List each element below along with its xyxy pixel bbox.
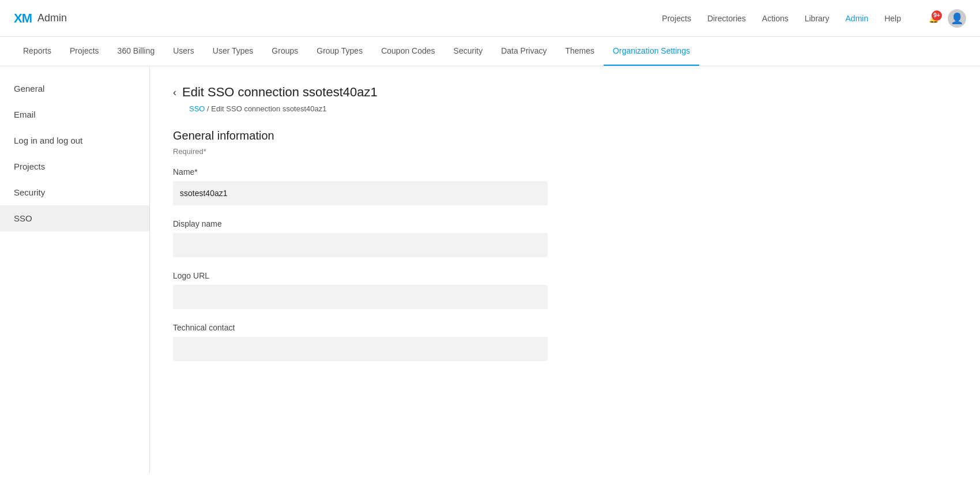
name-label: Name* — [173, 167, 646, 176]
sidebar-item-security[interactable]: Security — [0, 179, 149, 205]
back-arrow[interactable]: ‹ — [173, 87, 176, 99]
nav-help[interactable]: Help — [884, 14, 901, 23]
required-label: Required* — [173, 147, 646, 156]
notification-badge: 9+ — [932, 10, 942, 21]
nav-actions[interactable]: Actions — [762, 14, 789, 23]
notification-bell[interactable]: 🔔 9+ — [929, 14, 938, 23]
nav-directories[interactable]: Directories — [707, 14, 746, 23]
tab-user-types[interactable]: User Types — [203, 37, 263, 66]
sub-nav: Reports Projects 360 Billing Users User … — [0, 37, 980, 66]
breadcrumb: SSO / Edit SSO connection ssotest40az1 — [173, 104, 646, 113]
technical-contact-field-group: Technical contact — [173, 323, 646, 361]
display-name-label: Display name — [173, 219, 646, 228]
sidebar-item-general[interactable]: General — [0, 76, 149, 102]
technical-contact-label: Technical contact — [173, 323, 646, 332]
sidebar-item-projects[interactable]: Projects — [0, 153, 149, 179]
nav-projects[interactable]: Projects — [662, 14, 691, 23]
admin-label: Admin — [37, 12, 67, 24]
display-name-field-group: Display name — [173, 219, 646, 257]
breadcrumb-sso-link[interactable]: SSO — [189, 104, 205, 113]
tab-billing[interactable]: 360 Billing — [108, 37, 164, 66]
tab-users[interactable]: Users — [164, 37, 203, 66]
xm-logo: XM — [14, 11, 32, 26]
section-title: General information — [173, 129, 646, 142]
top-nav: XM Admin Projects Directories Actions Li… — [0, 0, 980, 37]
logo-url-label: Logo URL — [173, 271, 646, 280]
tab-coupon-codes[interactable]: Coupon Codes — [372, 37, 444, 66]
logo-url-input[interactable] — [173, 285, 548, 309]
breadcrumb-separator: / — [205, 104, 211, 113]
page-header: ‹ Edit SSO connection ssotest40az1 — [173, 85, 646, 100]
tab-security[interactable]: Security — [444, 37, 492, 66]
logo-area: XM Admin — [14, 11, 67, 26]
name-field-group: Name* — [173, 167, 646, 205]
main-layout: General Email Log in and log out Project… — [0, 66, 980, 474]
top-nav-links: Projects Directories Actions Library Adm… — [662, 9, 966, 28]
sidebar-item-email[interactable]: Email — [0, 102, 149, 127]
tab-org-settings[interactable]: Organization Settings — [604, 37, 699, 66]
user-icon: 👤 — [951, 12, 963, 25]
display-name-input[interactable] — [173, 233, 548, 257]
tab-group-types[interactable]: Group Types — [307, 37, 372, 66]
name-input[interactable] — [173, 181, 548, 205]
nav-icons: 🔔 9+ 👤 — [929, 9, 966, 28]
sidebar: General Email Log in and log out Project… — [0, 66, 150, 474]
technical-contact-input[interactable] — [173, 337, 548, 361]
nav-admin[interactable]: Admin — [846, 14, 869, 23]
tab-projects[interactable]: Projects — [61, 37, 108, 66]
sidebar-item-login-logout[interactable]: Log in and log out — [0, 127, 149, 153]
tab-reports[interactable]: Reports — [14, 37, 61, 66]
tab-data-privacy[interactable]: Data Privacy — [492, 37, 556, 66]
tab-groups[interactable]: Groups — [262, 37, 307, 66]
breadcrumb-current: Edit SSO connection ssotest40az1 — [211, 104, 326, 113]
sidebar-item-sso[interactable]: SSO — [0, 205, 149, 231]
tab-themes[interactable]: Themes — [556, 37, 604, 66]
logo-url-field-group: Logo URL — [173, 271, 646, 309]
nav-library[interactable]: Library — [805, 14, 830, 23]
content-area: ‹ Edit SSO connection ssotest40az1 SSO /… — [150, 66, 669, 474]
page-title: Edit SSO connection ssotest40az1 — [182, 85, 378, 100]
user-avatar[interactable]: 👤 — [948, 9, 966, 28]
